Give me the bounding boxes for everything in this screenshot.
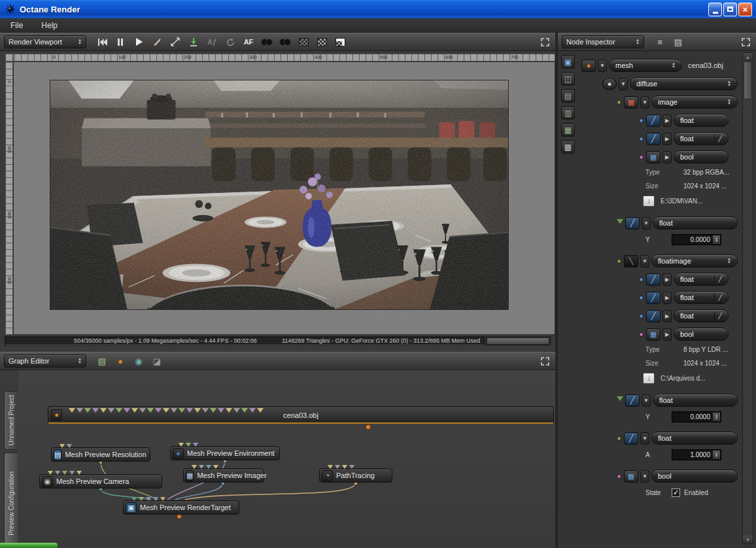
category-image-button[interactable]: ▦: [561, 123, 575, 137]
expander-icon[interactable]: ▶: [662, 310, 672, 322]
graph-node-pathtracing[interactable]: ◔ PathTracing: [319, 468, 392, 483]
category-checker-button[interactable]: ▩: [561, 140, 575, 154]
node-row-bool[interactable]: ▦ ▶ bool: [577, 326, 741, 342]
new-window-button[interactable]: ▤: [94, 354, 110, 368]
graph-node-mesh[interactable]: ● cena03.obj: [48, 406, 554, 424]
node-type-dropdown[interactable]: floatimage ▲▼: [651, 254, 738, 267]
graph-canvas[interactable]: ● cena03.obj ▤ Mesh Preview Resolution ●…: [18, 370, 555, 548]
delete-node-button[interactable]: ◪: [149, 354, 165, 368]
node-type-dropdown[interactable]: diffuse ▲▼: [630, 77, 738, 90]
restart-render-button[interactable]: [94, 35, 110, 49]
category-monitor-button[interactable]: ▤: [561, 89, 575, 103]
expander-icon[interactable]: ▼: [598, 60, 607, 72]
expander-icon[interactable]: ▼: [642, 394, 651, 407]
float-slider[interactable]: float ╱: [674, 132, 729, 145]
expander-icon[interactable]: ▼: [640, 470, 649, 483]
pause-render-button[interactable]: [112, 35, 128, 49]
float-slider[interactable]: float: [674, 114, 729, 127]
node-row-image[interactable]: ▦ ▼ image ▲▼: [577, 94, 741, 110]
scroll-up-icon[interactable]: ▲: [743, 53, 753, 61]
taskbar-start-sliver[interactable]: [0, 543, 58, 548]
inspector-scrollbar[interactable]: ▲ ▼: [742, 52, 753, 544]
float-slider[interactable]: float: [653, 216, 738, 230]
node-row-diffuse[interactable]: ● ▼ diffuse ▲▼: [577, 76, 741, 92]
expander-icon[interactable]: ▼: [640, 96, 649, 109]
scroll-down-icon[interactable]: ▼: [743, 536, 753, 543]
node-row-mesh[interactable]: ● ▼ mesh ▲▼ cena03.obj: [577, 58, 741, 73]
node-row-float[interactable]: ╱ ▼ float: [577, 215, 741, 231]
graph-node-resolution[interactable]: ▤ Mesh Preview Resolution: [51, 447, 150, 462]
graph-selector[interactable]: Graph Editor ▲▼: [4, 354, 86, 368]
value-input[interactable]: 0.0000 ▲▼: [672, 411, 721, 422]
expander-icon[interactable]: ▼: [640, 255, 649, 267]
tab-preview-configuration[interactable]: Preview Configuration: [4, 453, 18, 548]
lock-view-button[interactable]: [277, 35, 293, 49]
float-slider[interactable]: float ╱: [674, 291, 729, 304]
dither-low-button[interactable]: [296, 35, 311, 49]
livedb-button[interactable]: ◉: [131, 354, 146, 368]
node-row-float[interactable]: ╱ ▶ float ╱: [577, 308, 741, 324]
dither-high-button[interactable]: [332, 35, 348, 49]
expander-icon[interactable]: ▼: [640, 432, 649, 445]
layout-button[interactable]: ▤: [670, 35, 686, 49]
node-row-floatimage[interactable]: ╲ ▼ floatimage ▲▼: [577, 253, 741, 269]
material-preview-button[interactable]: ●: [112, 354, 128, 368]
scrollbar-thumb[interactable]: [744, 61, 752, 99]
bool-toggle[interactable]: bool: [674, 150, 729, 163]
lock-resolution-button[interactable]: [259, 35, 275, 49]
expander-icon[interactable]: ▶: [662, 292, 672, 304]
tab-unnamed-project[interactable]: Unnamed Project: [4, 391, 18, 450]
expander-icon[interactable]: ▼: [619, 78, 628, 90]
title-bar[interactable]: Octane Render ×: [0, 0, 756, 18]
close-button[interactable]: ×: [738, 3, 752, 16]
pick-focus-button[interactable]: [149, 35, 165, 49]
graph-node-imager[interactable]: ▦ Mesh Preview Imager: [183, 468, 264, 483]
minimize-button[interactable]: [708, 3, 722, 16]
value-input[interactable]: 1.0000 ▲▼: [672, 449, 721, 460]
bool-toggle[interactable]: bool: [651, 470, 738, 483]
graph-fullscreen-button[interactable]: [538, 354, 551, 368]
float-slider[interactable]: float: [651, 432, 738, 445]
af-button[interactable]: AF: [241, 35, 256, 49]
expander-icon[interactable]: ▶: [662, 114, 672, 127]
stepper-icon[interactable]: ▲▼: [713, 451, 720, 459]
expander-icon[interactable]: ▶: [662, 151, 672, 163]
node-row-float[interactable]: ╱ ▶ float: [577, 112, 741, 128]
render-image[interactable]: [50, 80, 509, 310]
graph-node-rendertarget[interactable]: ▣ Mesh Preview RenderTarget: [123, 500, 239, 515]
bool-toggle[interactable]: bool: [674, 328, 729, 341]
category-display-button[interactable]: ▣: [561, 55, 575, 69]
float-slider[interactable]: float ╱: [674, 309, 729, 322]
expander-icon[interactable]: ▼: [642, 217, 651, 230]
refresh-button[interactable]: [222, 35, 238, 49]
node-row-bool[interactable]: ▦ ▶ bool: [577, 149, 741, 165]
collapse-all-button[interactable]: ≡: [652, 35, 668, 49]
stepper-icon[interactable]: ▲▼: [713, 235, 720, 244]
float-slider[interactable]: float: [653, 394, 738, 407]
maximize-button[interactable]: [723, 3, 737, 16]
viewport-selector[interactable]: Render Viewport ▲▼: [4, 35, 86, 48]
category-stack-button[interactable]: ▥: [561, 106, 575, 120]
fit-view-button[interactable]: [167, 35, 183, 49]
viewport-fullscreen-button[interactable]: [538, 35, 551, 48]
file-row[interactable]: ↓ E:\3DM\VAN...: [577, 194, 741, 208]
node-row-bool[interactable]: ▦ ▼ bool: [577, 468, 741, 484]
af-low-button[interactable]: Aƒ: [204, 35, 220, 49]
node-row-float[interactable]: ╱ ▼ float: [577, 430, 741, 446]
category-camera-button[interactable]: ◫: [561, 72, 575, 86]
dither-mid-button[interactable]: [314, 35, 330, 49]
value-input[interactable]: 0.0000 ▲▼: [672, 234, 721, 245]
node-type-dropdown[interactable]: image ▲▼: [651, 95, 738, 109]
stepper-icon[interactable]: ▲▼: [713, 413, 720, 421]
node-type-dropdown[interactable]: mesh ▲▼: [609, 59, 682, 72]
graph-node-environment[interactable]: ● Mesh Preview Environment: [170, 446, 280, 460]
inspector-selector[interactable]: Node Inspector ▲▼: [562, 35, 644, 48]
inspector-fullscreen-button[interactable]: [739, 35, 752, 48]
graph-node-camera[interactable]: ◉ Mesh Preview Camera: [39, 474, 162, 488]
viewport-canvas[interactable]: [13, 61, 555, 335]
float-slider[interactable]: float ╱: [674, 273, 729, 286]
enabled-checkbox[interactable]: ✓: [672, 488, 680, 497]
save-image-button[interactable]: [186, 35, 201, 49]
menu-file[interactable]: File: [3, 20, 31, 31]
play-render-button[interactable]: [131, 35, 146, 49]
